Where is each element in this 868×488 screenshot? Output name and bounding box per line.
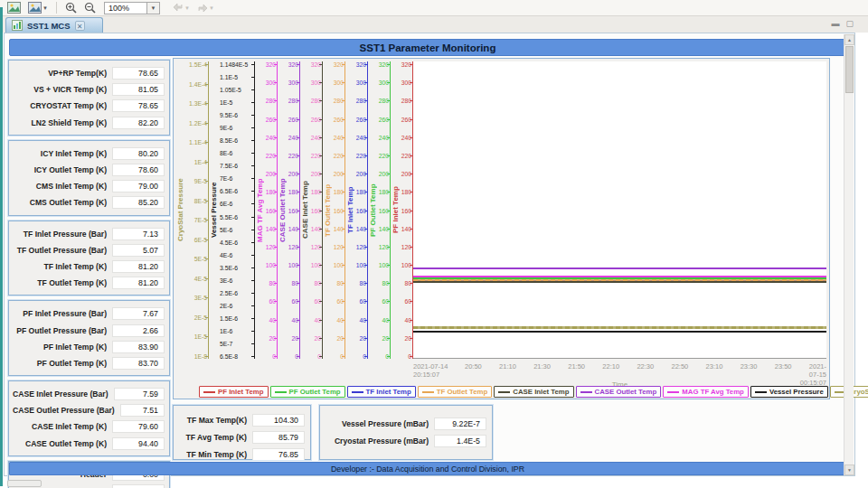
x-tick-label: 23:50 — [775, 362, 792, 371]
image-icon — [28, 2, 42, 14]
y-tick-label: 2.5E-6 — [220, 289, 238, 296]
param-value: 5.07 — [112, 244, 165, 257]
param-label: CMS Outlet Temp (K) — [13, 198, 112, 207]
param-row: Vessel Pressure (mBar)9.22E-7 — [326, 416, 486, 433]
param-row: TF Inlet Pressure (Bar)7.13 — [13, 226, 165, 242]
navigate-forward-button[interactable]: ▼ — [195, 1, 216, 14]
series-line-vessel-pressure — [413, 331, 826, 333]
zoom-out-button[interactable] — [82, 1, 98, 14]
y-axis-title: Vessel Pressure — [209, 61, 218, 359]
legend-line-swatch — [275, 391, 287, 393]
param-label: LN2 Shield Temp (K) — [13, 118, 112, 127]
param-row: CMS Inlet Temp (K)79.00 — [13, 178, 165, 194]
x-tick-label: 21:10 — [499, 362, 516, 371]
y-tick-label: 9.5E-6 — [220, 112, 238, 118]
param-label: PF Inlet Pressure (Bar) — [13, 309, 112, 318]
tab-label: SST1 MCS — [27, 21, 71, 31]
legend-item-pf-inlet-temp[interactable]: PF Inlet Temp — [199, 386, 269, 398]
scrollbar-thumb[interactable] — [845, 46, 854, 93]
y-tick-label: 5E-6 — [220, 226, 232, 232]
y-tick-label: 1.2E-4 — [189, 119, 207, 126]
param-value: 94.40 — [112, 437, 165, 450]
param-row: PF Inlet Pressure (Bar)7.67 — [13, 305, 165, 322]
legend-label: MAG TF Avg Temp — [682, 388, 744, 396]
param-label: Cryostat Pressure (mBar) — [326, 436, 434, 446]
legend-item-tf-outlet-temp[interactable]: TF Outlet Temp — [418, 386, 493, 398]
param-row: CRYOSTAT Temp (K)78.65 — [13, 98, 165, 114]
navigate-back-button[interactable]: ▼ — [171, 1, 192, 14]
param-label: CMS Inlet Temp (K) — [13, 182, 112, 191]
param-label: PF Outlet Pressure (Bar) — [13, 326, 112, 335]
zoom-in-icon — [65, 2, 77, 14]
y-axis-title: PF Inlet Temp — [391, 61, 400, 359]
minimize-icon[interactable]: ▬ — [831, 20, 839, 28]
param-label: ICY Inlet Temp (K) — [13, 149, 112, 158]
y-axis-case-outlet-temp: CASE Outlet Temp320300280260240220200180… — [278, 61, 300, 359]
restore-icon[interactable]: ▢ — [845, 20, 854, 28]
snapshot-button[interactable] — [5, 1, 23, 14]
y-axis-case-inlet-temp: CASE Inlet Temp3203002802602402202001801… — [300, 61, 323, 359]
x-axis-ticks: 2021-07-14 20:15:0720:5021:1021:3021:502… — [413, 362, 826, 380]
zoom-out-icon — [84, 2, 96, 14]
param-label: CASE Inlet Temp (K) — [13, 422, 112, 431]
param-row: VS + VICR Temp (K)81.05 — [13, 81, 165, 98]
parameter-group: PF Inlet Pressure (Bar)7.67PF Outlet Pre… — [8, 300, 170, 376]
chart-legend: PF Inlet TempPF Outlet TempTF Inlet Temp… — [199, 386, 826, 398]
param-value: 82.20 — [112, 117, 165, 129]
param-value: 79.00 — [112, 180, 165, 192]
param-value: 7.51 — [120, 404, 165, 417]
x-tick-label: 2021-07-14 20:15:07 — [413, 362, 448, 379]
legend-label: Vessel Pressure — [769, 388, 824, 396]
y-axis-tf-outlet-temp: TF Outlet Temp32030028026024022020018016… — [323, 61, 345, 359]
x-tick-label: 22:30 — [637, 362, 654, 371]
param-label: CRYOSTAT Temp (K) — [13, 101, 112, 110]
y-tick-label: 9E-6 — [220, 125, 232, 131]
param-row: Cryostat Pressure (mBar)1.4E-5 — [326, 433, 486, 450]
param-label: TF Max Temp(K) — [179, 416, 252, 425]
param-value: 104.30 — [252, 414, 305, 427]
close-icon[interactable]: ✕ — [75, 21, 85, 31]
tab-sst1-mcs[interactable]: SST1 MCS ✕ — [5, 17, 103, 33]
legend-line-swatch — [203, 391, 215, 393]
window-edge-strip — [0, 7, 3, 486]
legend-item-case-inlet-temp[interactable]: CASE Inlet Temp — [494, 386, 573, 398]
param-label: PF Outlet Temp (K) — [13, 359, 112, 368]
legend-line-swatch — [498, 391, 510, 393]
param-row: ICY Outlet Temp (K)78.60 — [13, 162, 165, 178]
y-tick-label: 1E-6 — [220, 327, 232, 333]
legend-item-pf-outlet-temp[interactable]: PF Outlet Temp — [270, 386, 345, 398]
param-label: ICY Outlet Temp (K) — [13, 165, 112, 174]
legend-line-swatch — [580, 391, 592, 393]
param-value: 1.10 — [112, 484, 165, 488]
legend-item-tf-inlet-temp[interactable]: TF Inlet Temp — [347, 386, 416, 398]
param-row: ICY Inlet Temp (K)80.20 — [13, 145, 165, 162]
y-tick-label: 1.3E-4 — [189, 100, 207, 107]
zoom-level-input[interactable]: 100% — [104, 2, 147, 14]
legend-item-mag-tf-avg-temp[interactable]: MAG TF Avg Temp — [663, 386, 749, 398]
page-title: SST1 Parameter Monitoring — [9, 39, 846, 56]
y-tick-label: 6.5E-8 — [220, 353, 238, 360]
y-tick-label: 7E-6 — [220, 175, 232, 182]
vertical-scrollbar[interactable]: ▲ ▼ — [844, 34, 854, 475]
y-tick-label: 1E-5 — [220, 99, 232, 106]
legend-item-case-outlet-temp[interactable]: CASE Outlet Temp — [576, 386, 662, 398]
zoom-dropdown-button[interactable]: ▼ — [147, 2, 160, 14]
y-axis-cryostat-pressure: CryoStat Pressure1.5E-41.4E-41.3E-41.2E-… — [175, 61, 209, 359]
param-value: 76.85 — [252, 448, 305, 461]
param-value: 78.65 — [112, 67, 165, 80]
scroll-up-icon[interactable]: ▲ — [844, 34, 854, 45]
y-tick-label: 1.4E-4 — [189, 80, 207, 87]
legend-label: TF Outlet Temp — [437, 388, 488, 396]
param-value: 85.20 — [112, 196, 165, 209]
legend-label: PF Inlet Temp — [218, 388, 264, 396]
y-tick-label: 4E-6 — [220, 251, 232, 258]
scroll-down-icon[interactable]: ▼ — [844, 465, 854, 475]
param-row: TF Max Temp(K)104.30 — [179, 411, 305, 428]
status-box — [7, 480, 42, 487]
param-row: VP+RP Temp(K)78.65 — [13, 65, 165, 81]
y-axis-pf-outlet-temp: PF Outlet Temp32030028026024022020018016… — [368, 61, 391, 359]
export-image-button[interactable]: ▼ — [26, 1, 50, 14]
y-tick-label: 4.5E-6 — [220, 239, 238, 245]
zoom-in-button[interactable] — [63, 1, 79, 14]
legend-item-vessel-pressure[interactable]: Vessel Pressure — [750, 386, 828, 398]
